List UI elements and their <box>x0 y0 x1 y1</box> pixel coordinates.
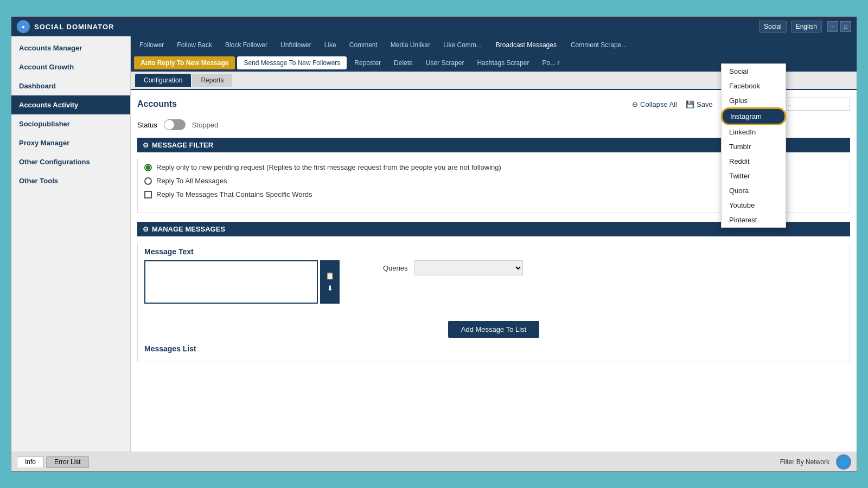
nav-hashtags-scraper[interactable]: Hashtags Scraper <box>471 57 534 69</box>
message-text-label: Message Text <box>144 247 843 256</box>
dropdown-tumblr[interactable]: Tumblr <box>722 139 786 154</box>
top-nav: Follower Follow Back Block Follower Unfo… <box>131 36 857 54</box>
tab-reports[interactable]: Reports <box>192 74 232 87</box>
dropdown-social[interactable]: Social <box>722 64 786 79</box>
status-toggle[interactable] <box>164 119 186 130</box>
sidebar: Accounts Manager Account Growth Dashboar… <box>11 36 131 452</box>
minimize-btn[interactable]: − <box>827 21 838 32</box>
save-btn[interactable]: 💾 Save <box>686 100 713 108</box>
nav-like-comm[interactable]: Like Comm... <box>438 39 487 51</box>
save-icon: 💾 <box>686 100 694 108</box>
title-bar-social-area: Social English <box>759 21 822 33</box>
broadcast-messages-btn[interactable]: Broadcast Messages <box>489 38 563 52</box>
dropdown-linkedin[interactable]: LinkedIn <box>722 125 786 139</box>
accounts-title: Accounts <box>137 99 623 109</box>
nav-reposter[interactable]: Reposter <box>349 57 386 69</box>
message-input-area: 📋 ⬇ <box>144 260 340 304</box>
queries-select[interactable] <box>414 260 523 275</box>
collapse-icon: ⊖ <box>632 100 638 108</box>
checkbox-specific[interactable] <box>144 191 152 198</box>
copy-icon[interactable]: 📋 <box>326 272 334 280</box>
queries-label: Queries <box>383 264 408 272</box>
maximize-btn[interactable]: □ <box>840 21 851 32</box>
dropdown-quora[interactable]: Quora <box>722 183 786 198</box>
nav-auto-reply[interactable]: Auto Reply To New Message <box>134 56 235 69</box>
nav-follow-back[interactable]: Follow Back <box>171 39 218 51</box>
dropdown-reddit[interactable]: Reddit <box>722 154 786 169</box>
nav-media-unliker[interactable]: Media Unliker <box>385 39 436 51</box>
nav-follower[interactable]: Follower <box>134 39 169 51</box>
social-dropdown-container[interactable]: Social <box>759 21 787 33</box>
nav-unfollower[interactable]: Unfollower <box>275 39 317 51</box>
sidebar-item-accounts-manager[interactable]: Accounts Manager <box>11 38 130 57</box>
radio-pending-dot[interactable] <box>144 164 152 171</box>
filter-label: Filter By Network <box>780 458 829 466</box>
dropdown-twitter[interactable]: Twitter <box>722 169 786 183</box>
collapse-filter-icon: ⊖ <box>143 141 149 149</box>
nav-like[interactable]: Like <box>319 39 342 51</box>
add-message-btn[interactable]: Add Message To List <box>448 321 539 338</box>
title-bar: ● SOCIAL DOMINATOR Social English − □ <box>11 17 857 36</box>
queries-row: Queries <box>383 260 523 275</box>
nav-send-message-followers[interactable]: Send Message To New Followers <box>237 56 347 69</box>
sidebar-item-sociopublisher[interactable]: Sociopublisher <box>11 114 130 133</box>
message-textarea[interactable] <box>144 260 318 304</box>
collapse-all-btn[interactable]: ⊖ Collapse All <box>632 100 677 108</box>
sidebar-item-account-growth[interactable]: Account Growth <box>11 57 130 76</box>
nav-user-scraper[interactable]: User Scraper <box>420 57 470 69</box>
radio-all-dot[interactable] <box>144 177 152 185</box>
nav-comment-scrape[interactable]: Comment Scrape... <box>565 39 632 51</box>
dropdown-gplus[interactable]: Gplus <box>722 93 786 108</box>
toggle-knob <box>164 120 174 130</box>
sidebar-item-dashboard[interactable]: Dashboard <box>11 76 130 95</box>
globe-icon: 🌐 <box>836 454 851 470</box>
sidebar-item-other-configurations[interactable]: Other Configurations <box>11 152 130 171</box>
dropdown-facebook[interactable]: Facebook <box>722 79 786 93</box>
sidebar-item-accounts-activity[interactable]: Accounts Activity <box>11 95 130 114</box>
dropdown-youtube[interactable]: Youtube <box>722 198 786 213</box>
app-title: SOCIAL DOMINATOR <box>34 23 759 31</box>
nav-delete[interactable]: Delete <box>388 57 418 69</box>
sidebar-item-proxy-manager[interactable]: Proxy Manager <box>11 133 130 152</box>
sidebar-item-other-tools[interactable]: Other Tools <box>11 171 130 190</box>
collapse-manage-icon: ⊖ <box>143 225 149 233</box>
dropdown-pinterest[interactable]: Pinterest <box>722 213 786 227</box>
nav-block-follower[interactable]: Block Follower <box>220 39 273 51</box>
main-window: ● SOCIAL DOMINATOR Social English − □ Ac… <box>11 16 857 472</box>
status-value: Stopped <box>192 121 218 129</box>
status-label: Status <box>137 121 157 129</box>
bottom-bar: Info Error List Filter By Network 🌐 <box>11 452 857 471</box>
app-logo: ● <box>17 20 30 33</box>
info-tab[interactable]: Info <box>17 456 44 467</box>
dropdown-instagram[interactable]: Instagram <box>722 108 786 125</box>
language-dropdown-btn[interactable]: English <box>791 21 822 33</box>
window-controls: − □ <box>827 21 851 32</box>
messages-list-label: Messages List <box>144 344 843 353</box>
nav-comment[interactable]: Comment <box>344 39 383 51</box>
error-list-tab[interactable]: Error List <box>46 456 89 468</box>
download-icon[interactable]: ⬇ <box>327 284 333 292</box>
nav-po-r[interactable]: Po... r <box>537 57 565 69</box>
social-dropdown-btn[interactable]: Social <box>759 21 787 33</box>
message-icon-panel: 📋 ⬇ <box>320 260 340 304</box>
tab-configuration[interactable]: Configuration <box>135 74 191 87</box>
manage-messages-content: Message Text 📋 ⬇ Queries <box>137 243 850 362</box>
social-dropdown-menu: Social Facebook Gplus Instagram LinkedIn… <box>721 63 786 228</box>
